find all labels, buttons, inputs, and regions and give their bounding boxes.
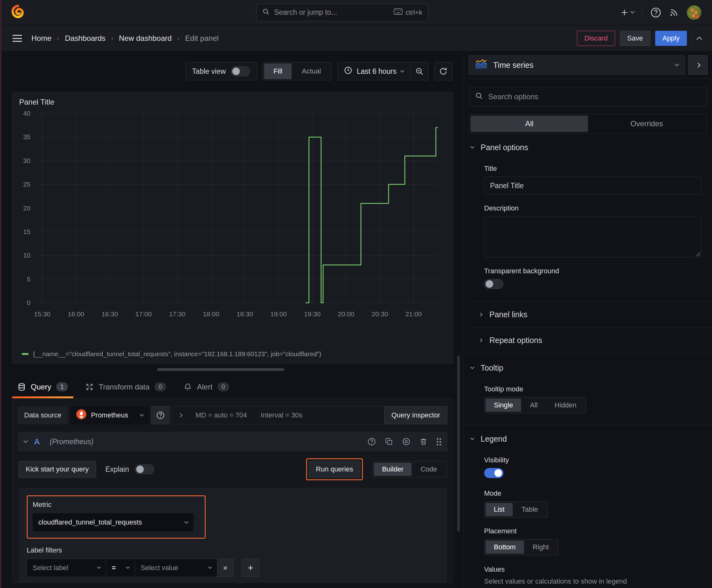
new-menu-button[interactable] — [620, 8, 634, 17]
query-help-icon[interactable] — [368, 438, 376, 446]
kick-start-button[interactable]: Kick start your query — [19, 461, 96, 478]
help-icon[interactable] — [650, 7, 661, 18]
resize-corner-icon[interactable] — [696, 252, 700, 256]
time-series-chart[interactable]: 051015202530354015:3016:0016:3017:0017:3… — [17, 106, 448, 350]
breadcrumb-dashboards[interactable]: Dashboards — [65, 34, 106, 43]
datasource-help-button[interactable] — [151, 406, 170, 424]
query-a-header[interactable]: A (Prometheus) — [18, 432, 447, 451]
legend-body: Visibility Mode List Table Placement Bot… — [464, 456, 712, 588]
metric-select[interactable]: cloudflared_tunnel_total_requests — [33, 513, 193, 531]
keyboard-icon — [394, 8, 403, 17]
clock-icon — [344, 66, 352, 76]
search-input[interactable] — [274, 8, 389, 17]
drag-query-handle[interactable] — [437, 438, 441, 445]
select-label-dropdown[interactable]: Select label — [27, 559, 106, 577]
svg-text:19:00: 19:00 — [270, 310, 287, 318]
svg-text:19:30: 19:30 — [304, 310, 321, 318]
legend-table-option[interactable]: Table — [513, 503, 546, 516]
news-icon[interactable] — [669, 8, 679, 17]
options-search-input[interactable] — [488, 92, 701, 101]
collapse-pane-icon[interactable] — [697, 36, 701, 40]
tooltip-all-option[interactable]: All — [522, 399, 546, 412]
tooltip-hidden-option[interactable]: Hidden — [546, 399, 585, 412]
legend-list-option[interactable]: List — [486, 503, 513, 516]
tab-overrides[interactable]: Overrides — [588, 115, 706, 132]
fill-option[interactable]: Fill — [264, 63, 292, 79]
discard-button[interactable]: Discard — [577, 31, 615, 46]
add-filter-button[interactable]: + — [242, 559, 259, 577]
save-button[interactable]: Save — [620, 31, 650, 46]
chevron-down-icon — [184, 520, 188, 524]
visualization-picker[interactable]: Time series — [468, 55, 685, 75]
legend-placement-switch: Bottom Right — [484, 539, 559, 555]
code-option[interactable]: Code — [412, 463, 445, 476]
refresh-button[interactable] — [434, 62, 452, 80]
chevron-down-icon — [630, 9, 634, 14]
legend-series-swatch[interactable] — [22, 353, 28, 355]
legend-series-label[interactable]: {__name__="cloudflared_tunnel_total_requ… — [33, 350, 321, 358]
select-value-dropdown[interactable]: Select value — [135, 559, 217, 577]
remove-filter-button[interactable]: × — [217, 559, 234, 577]
collapse-query-icon[interactable] — [24, 439, 28, 443]
panel-title-input[interactable] — [484, 176, 701, 195]
tab-query[interactable]: Query 1 — [18, 382, 68, 398]
placement-right-option[interactable]: Right — [524, 541, 557, 554]
tooltip-header[interactable]: Tooltip — [464, 354, 712, 379]
panel-links-section[interactable]: Panel links — [470, 301, 712, 327]
description-textarea[interactable] — [484, 216, 701, 257]
window-edge-accent — [0, 0, 2, 588]
builder-option[interactable]: Builder — [374, 463, 412, 476]
toggle-query-visibility-icon[interactable] — [402, 438, 410, 446]
breadcrumb-home[interactable]: Home — [31, 34, 51, 43]
tab-transform-data[interactable]: Transform data 0 — [85, 382, 166, 398]
panel-resize-handle[interactable] — [157, 368, 284, 371]
grafana-logo[interactable] — [11, 4, 25, 21]
svg-text:35: 35 — [23, 133, 30, 141]
table-view-toggle[interactable] — [231, 66, 250, 76]
legend-visibility-toggle[interactable] — [484, 468, 503, 478]
legend-values-label: Values — [484, 565, 701, 573]
transparent-bg-toggle[interactable] — [484, 279, 503, 289]
bell-icon — [184, 383, 192, 391]
breadcrumb-new-dashboard[interactable]: New dashboard — [119, 34, 172, 43]
repeat-options-section[interactable]: Repeat options — [470, 327, 712, 353]
placement-bottom-option[interactable]: Bottom — [486, 541, 524, 554]
visibility-label: Visibility — [484, 456, 701, 464]
svg-text:10: 10 — [23, 252, 30, 259]
zoom-out-time-button[interactable] — [410, 63, 428, 80]
run-queries-button[interactable]: Run queries — [308, 461, 360, 478]
tab-all-options[interactable]: All — [471, 115, 588, 132]
options-search[interactable] — [469, 87, 707, 106]
tab-alert[interactable]: Alert 0 — [184, 382, 229, 398]
avatar[interactable] — [687, 5, 701, 20]
delete-query-icon[interactable] — [420, 438, 427, 445]
svg-text:30: 30 — [23, 157, 30, 164]
breadcrumb-separator: › — [57, 35, 59, 42]
tooltip-mode-label: Tooltip mode — [484, 385, 701, 393]
datasource-picker[interactable]: Prometheus — [70, 406, 149, 424]
explain-toggle[interactable] — [135, 464, 154, 474]
vertical-scrollbar[interactable] — [457, 356, 460, 531]
top-bar: ctrl+k — [0, 0, 712, 25]
operator-dropdown[interactable]: = — [106, 559, 135, 577]
duplicate-query-icon[interactable] — [385, 438, 393, 445]
global-search[interactable]: ctrl+k — [256, 4, 428, 21]
tooltip-single-option[interactable]: Single — [486, 399, 521, 412]
time-range-button[interactable]: Last 6 hours — [338, 66, 410, 76]
actual-option[interactable]: Actual — [292, 63, 330, 79]
chevron-down-icon — [675, 62, 679, 66]
menu-icon[interactable] — [13, 35, 22, 42]
query-inspector-button[interactable]: Query inspector — [384, 406, 447, 424]
breadcrumb: Home › Dashboards › New dashboard › Edit… — [31, 34, 218, 43]
expand-viz-list-button[interactable] — [688, 55, 708, 75]
svg-text:5: 5 — [27, 275, 30, 283]
chevron-down-icon — [140, 413, 144, 417]
panel-title[interactable]: Panel Title — [17, 97, 448, 106]
database-icon — [18, 383, 26, 391]
label-filters-label: Label filters — [27, 546, 438, 554]
prometheus-icon — [76, 409, 87, 422]
panel-options-header[interactable]: Panel options — [464, 133, 712, 159]
legend-header[interactable]: Legend — [464, 425, 712, 450]
apply-button[interactable]: Apply — [655, 31, 687, 46]
query-datasource-name: (Prometheus) — [50, 438, 93, 446]
